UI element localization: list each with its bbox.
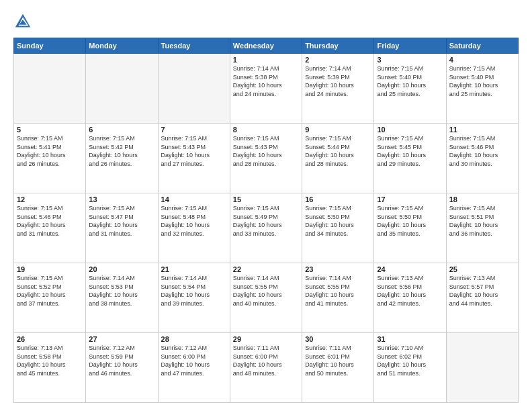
day-number: 27 — [89, 335, 154, 343]
day-number: 29 — [233, 335, 299, 343]
day-number: 28 — [161, 335, 227, 343]
calendar-cell: 14Sunrise: 7:15 AM Sunset: 5:48 PM Dayli… — [158, 193, 230, 263]
calendar-cell: 22Sunrise: 7:14 AM Sunset: 5:55 PM Dayli… — [230, 263, 302, 333]
day-number: 4 — [449, 56, 515, 64]
calendar-cell — [86, 54, 158, 124]
logo-icon — [13, 12, 32, 31]
week-row-4: 26Sunrise: 7:13 AM Sunset: 5:58 PM Dayli… — [14, 333, 519, 403]
calendar-cell: 20Sunrise: 7:14 AM Sunset: 5:53 PM Dayli… — [86, 263, 158, 333]
calendar-cell: 12Sunrise: 7:15 AM Sunset: 5:46 PM Dayli… — [14, 193, 86, 263]
day-info: Sunrise: 7:13 AM Sunset: 5:58 PM Dayligh… — [17, 344, 83, 377]
day-number: 5 — [17, 126, 83, 134]
weekday-header-monday: Monday — [86, 38, 158, 54]
day-number: 19 — [17, 265, 83, 273]
calendar-cell: 11Sunrise: 7:15 AM Sunset: 5:46 PM Dayli… — [446, 124, 518, 193]
calendar-cell — [158, 54, 230, 124]
calendar-cell: 31Sunrise: 7:10 AM Sunset: 6:02 PM Dayli… — [374, 333, 446, 403]
day-info: Sunrise: 7:15 AM Sunset: 5:43 PM Dayligh… — [161, 134, 227, 168]
calendar-cell: 27Sunrise: 7:12 AM Sunset: 5:59 PM Dayli… — [86, 333, 158, 403]
calendar-cell: 10Sunrise: 7:15 AM Sunset: 5:45 PM Dayli… — [374, 124, 446, 193]
day-info: Sunrise: 7:11 AM Sunset: 6:00 PM Dayligh… — [233, 344, 299, 377]
day-info: Sunrise: 7:14 AM Sunset: 5:38 PM Dayligh… — [233, 64, 299, 98]
weekday-header-sunday: Sunday — [14, 38, 86, 54]
day-info: Sunrise: 7:13 AM Sunset: 5:57 PM Dayligh… — [449, 274, 515, 308]
calendar-cell: 21Sunrise: 7:14 AM Sunset: 5:54 PM Dayli… — [158, 263, 230, 333]
calendar-cell: 8Sunrise: 7:15 AM Sunset: 5:43 PM Daylig… — [230, 124, 302, 193]
day-number: 6 — [89, 126, 154, 134]
calendar-cell: 25Sunrise: 7:13 AM Sunset: 5:57 PM Dayli… — [446, 263, 518, 333]
day-number: 15 — [233, 195, 299, 203]
day-number: 11 — [449, 126, 515, 134]
calendar-cell: 29Sunrise: 7:11 AM Sunset: 6:00 PM Dayli… — [230, 333, 302, 403]
day-info: Sunrise: 7:15 AM Sunset: 5:44 PM Dayligh… — [305, 134, 371, 168]
day-number: 31 — [377, 335, 443, 343]
calendar-cell: 17Sunrise: 7:15 AM Sunset: 5:50 PM Dayli… — [374, 193, 446, 263]
calendar-cell: 3Sunrise: 7:15 AM Sunset: 5:40 PM Daylig… — [374, 54, 446, 124]
calendar-cell: 5Sunrise: 7:15 AM Sunset: 5:41 PM Daylig… — [14, 124, 86, 193]
day-info: Sunrise: 7:12 AM Sunset: 6:00 PM Dayligh… — [161, 344, 227, 377]
calendar-cell: 4Sunrise: 7:15 AM Sunset: 5:40 PM Daylig… — [446, 54, 518, 124]
weekday-header-row: SundayMondayTuesdayWednesdayThursdayFrid… — [14, 38, 519, 54]
weekday-header-wednesday: Wednesday — [230, 38, 302, 54]
day-number: 2 — [305, 56, 371, 64]
day-number: 22 — [233, 265, 299, 273]
day-info: Sunrise: 7:15 AM Sunset: 5:51 PM Dayligh… — [449, 204, 515, 238]
calendar-cell: 16Sunrise: 7:15 AM Sunset: 5:50 PM Dayli… — [302, 193, 374, 263]
calendar-table: SundayMondayTuesdayWednesdayThursdayFrid… — [13, 38, 519, 403]
day-info: Sunrise: 7:15 AM Sunset: 5:40 PM Dayligh… — [377, 64, 443, 98]
calendar-cell: 7Sunrise: 7:15 AM Sunset: 5:43 PM Daylig… — [158, 124, 230, 193]
day-number: 13 — [89, 195, 154, 203]
day-number: 14 — [161, 195, 227, 203]
day-number: 7 — [161, 126, 227, 134]
calendar-cell: 13Sunrise: 7:15 AM Sunset: 5:47 PM Dayli… — [86, 193, 158, 263]
header — [13, 12, 519, 31]
week-row-0: 1Sunrise: 7:14 AM Sunset: 5:38 PM Daylig… — [14, 54, 519, 124]
day-info: Sunrise: 7:15 AM Sunset: 5:48 PM Dayligh… — [161, 204, 227, 238]
day-info: Sunrise: 7:14 AM Sunset: 5:39 PM Dayligh… — [305, 64, 371, 98]
day-info: Sunrise: 7:15 AM Sunset: 5:50 PM Dayligh… — [305, 204, 371, 238]
day-info: Sunrise: 7:14 AM Sunset: 5:55 PM Dayligh… — [305, 274, 371, 308]
day-number: 26 — [17, 335, 83, 343]
day-info: Sunrise: 7:15 AM Sunset: 5:46 PM Dayligh… — [449, 134, 515, 168]
day-number: 3 — [377, 56, 443, 64]
day-number: 24 — [377, 265, 443, 273]
weekday-header-friday: Friday — [374, 38, 446, 54]
weekday-header-thursday: Thursday — [302, 38, 374, 54]
day-number: 17 — [377, 195, 443, 203]
day-number: 16 — [305, 195, 371, 203]
week-row-2: 12Sunrise: 7:15 AM Sunset: 5:46 PM Dayli… — [14, 193, 519, 263]
day-info: Sunrise: 7:14 AM Sunset: 5:54 PM Dayligh… — [161, 274, 227, 308]
day-info: Sunrise: 7:10 AM Sunset: 6:02 PM Dayligh… — [377, 344, 443, 377]
day-number: 12 — [17, 195, 83, 203]
day-info: Sunrise: 7:13 AM Sunset: 5:56 PM Dayligh… — [377, 274, 443, 308]
calendar-cell: 9Sunrise: 7:15 AM Sunset: 5:44 PM Daylig… — [302, 124, 374, 193]
day-info: Sunrise: 7:15 AM Sunset: 5:41 PM Dayligh… — [17, 134, 83, 168]
day-info: Sunrise: 7:11 AM Sunset: 6:01 PM Dayligh… — [305, 344, 371, 377]
logo — [13, 12, 35, 31]
week-row-1: 5Sunrise: 7:15 AM Sunset: 5:41 PM Daylig… — [14, 124, 519, 193]
calendar-cell: 24Sunrise: 7:13 AM Sunset: 5:56 PM Dayli… — [374, 263, 446, 333]
day-number: 30 — [305, 335, 371, 343]
calendar-cell: 23Sunrise: 7:14 AM Sunset: 5:55 PM Dayli… — [302, 263, 374, 333]
weekday-header-tuesday: Tuesday — [158, 38, 230, 54]
weekday-header-saturday: Saturday — [446, 38, 518, 54]
day-info: Sunrise: 7:15 AM Sunset: 5:50 PM Dayligh… — [377, 204, 443, 238]
calendar-cell: 19Sunrise: 7:15 AM Sunset: 5:52 PM Dayli… — [14, 263, 86, 333]
day-info: Sunrise: 7:14 AM Sunset: 5:55 PM Dayligh… — [233, 274, 299, 308]
calendar-cell: 15Sunrise: 7:15 AM Sunset: 5:49 PM Dayli… — [230, 193, 302, 263]
day-number: 21 — [161, 265, 227, 273]
day-info: Sunrise: 7:15 AM Sunset: 5:45 PM Dayligh… — [377, 134, 443, 168]
calendar-cell: 28Sunrise: 7:12 AM Sunset: 6:00 PM Dayli… — [158, 333, 230, 403]
day-info: Sunrise: 7:15 AM Sunset: 5:49 PM Dayligh… — [233, 204, 299, 238]
day-number: 9 — [305, 126, 371, 134]
calendar-cell: 30Sunrise: 7:11 AM Sunset: 6:01 PM Dayli… — [302, 333, 374, 403]
calendar-cell — [14, 54, 86, 124]
calendar-cell: 6Sunrise: 7:15 AM Sunset: 5:42 PM Daylig… — [86, 124, 158, 193]
day-info: Sunrise: 7:15 AM Sunset: 5:46 PM Dayligh… — [17, 204, 83, 238]
page: SundayMondayTuesdayWednesdayThursdayFrid… — [0, 0, 532, 411]
day-number: 23 — [305, 265, 371, 273]
day-number: 10 — [377, 126, 443, 134]
day-info: Sunrise: 7:15 AM Sunset: 5:40 PM Dayligh… — [449, 64, 515, 98]
calendar-cell: 18Sunrise: 7:15 AM Sunset: 5:51 PM Dayli… — [446, 193, 518, 263]
day-info: Sunrise: 7:15 AM Sunset: 5:47 PM Dayligh… — [89, 204, 154, 238]
